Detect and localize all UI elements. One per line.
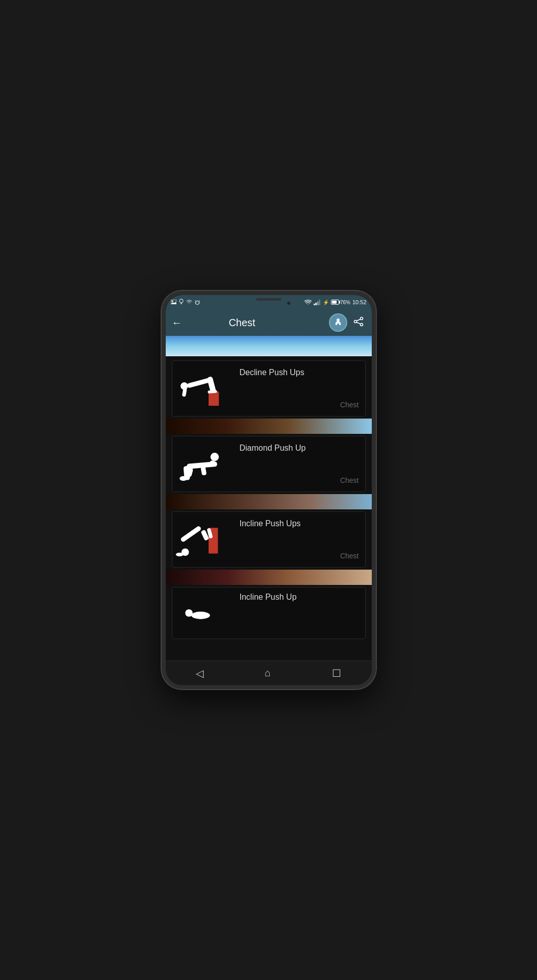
nav-bar: ◁ ⌂ ☐	[166, 660, 372, 685]
svg-point-10	[196, 302, 196, 303]
exercise-list: Decline Push Ups Chest	[166, 356, 372, 660]
exercise-name-3: Incline Push Ups	[240, 519, 359, 528]
time-display: 10:52	[352, 299, 367, 305]
screen: ⚡ 76% 10:52 ← Chest	[166, 295, 372, 685]
exercise-card-incline-pushups[interactable]: Incline Push Ups Chest	[172, 511, 366, 568]
svg-point-20	[354, 320, 356, 323]
svg-point-42	[175, 553, 183, 556]
image-status-icon	[171, 300, 176, 305]
exercise-illustration-3	[172, 514, 234, 565]
svg-line-9	[198, 301, 199, 302]
incline-pushup2-svg	[175, 590, 231, 636]
page-title: Chest	[186, 317, 298, 329]
bg-strip-3	[166, 570, 372, 585]
exercise-info-4: Incline Push Up Chest	[234, 587, 365, 639]
svg-rect-25	[186, 378, 210, 388]
svg-rect-15	[319, 300, 320, 305]
exercise-info-2: Diamond Push Up Chest	[234, 438, 365, 489]
lightning-icon: ⚡	[323, 300, 329, 305]
share-button[interactable]	[351, 314, 366, 331]
battery-icon	[331, 300, 339, 305]
back-button[interactable]: ←	[172, 315, 186, 331]
exercise-info-3: Incline Push Ups Chest	[234, 514, 365, 565]
svg-point-11	[198, 302, 198, 303]
exercise-name-2: Diamond Push Up	[240, 444, 359, 453]
exercise-category-3: Chest	[240, 552, 359, 560]
nav-back-button[interactable]: ◁	[186, 663, 214, 683]
exercise-illustration-4	[172, 587, 234, 639]
status-icons-left	[171, 299, 200, 306]
svg-rect-14	[317, 301, 319, 305]
svg-point-18	[360, 317, 363, 320]
svg-line-21	[356, 319, 361, 321]
exercise-illustration-2	[172, 438, 234, 489]
svg-rect-12	[314, 304, 315, 305]
exercise-card-decline-pushup[interactable]: Decline Push Ups Chest	[172, 360, 366, 416]
exercise-info-1: Decline Push Ups Chest	[234, 363, 365, 414]
phone-frame: ⚡ 76% 10:52 ← Chest	[162, 291, 376, 689]
exercise-name-4: Incline Push Up	[240, 593, 359, 602]
avatar-button[interactable]	[329, 313, 347, 332]
diamond-pushup-svg	[175, 441, 231, 487]
signal-icon	[314, 300, 321, 305]
svg-rect-13	[315, 303, 317, 305]
exercise-card-diamond-pushup[interactable]: Diamond Push Up Chest	[172, 436, 366, 492]
camera	[287, 301, 291, 305]
battery-container: 76%	[331, 300, 350, 305]
svg-rect-23	[209, 391, 219, 406]
android-status-icon	[195, 299, 200, 306]
svg-rect-35	[210, 461, 214, 465]
nav-home-button[interactable]: ⌂	[254, 663, 281, 683]
svg-rect-38	[180, 525, 201, 543]
svg-marker-2	[171, 302, 176, 304]
svg-point-34	[180, 476, 187, 481]
bg-strip-1	[166, 419, 372, 434]
svg-point-3	[180, 299, 183, 303]
svg-point-19	[360, 323, 363, 326]
exercise-card-incline-pushup2[interactable]: Incline Push Up Chest	[172, 587, 366, 639]
exercise-category-2: Chest	[240, 476, 359, 484]
sky-background	[166, 336, 372, 356]
wifi-status-icon	[186, 299, 192, 305]
svg-point-1	[171, 300, 173, 302]
svg-point-29	[210, 453, 219, 461]
avatar-icon	[331, 316, 345, 329]
battery-percent: 76%	[340, 300, 350, 305]
header-actions	[329, 313, 366, 332]
share-icon	[353, 316, 364, 327]
wifi-icon	[304, 300, 312, 305]
exercise-category-1: Chest	[240, 401, 359, 409]
decline-pushup-svg	[175, 365, 231, 411]
incline-pushup-svg	[175, 517, 231, 562]
speaker	[256, 298, 282, 301]
bulb-status-icon	[179, 299, 184, 306]
status-icons-right: ⚡ 76% 10:52	[304, 299, 367, 305]
exercise-illustration-1	[172, 363, 234, 414]
app-header: ← Chest	[166, 309, 372, 336]
nav-recent-button[interactable]: ☐	[322, 663, 351, 683]
status-bar: ⚡ 76% 10:52	[166, 295, 372, 309]
svg-point-44	[191, 611, 210, 619]
svg-line-22	[356, 322, 361, 324]
svg-line-8	[195, 301, 196, 302]
svg-rect-32	[200, 467, 207, 476]
exercise-name-1: Decline Push Ups	[240, 368, 359, 377]
bg-strip-2	[166, 494, 372, 509]
